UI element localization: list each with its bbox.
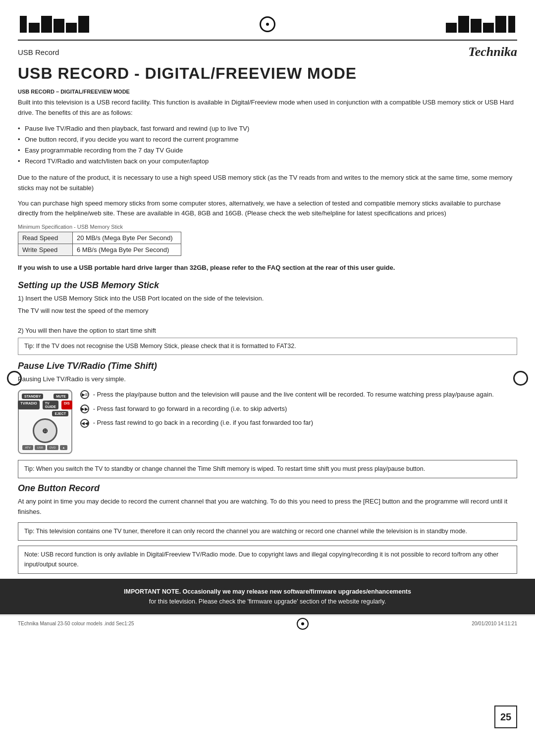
- bottom-footer-right: 20/01/2010 14:11:21: [472, 621, 517, 626]
- section3-heading: One Button Record: [18, 483, 517, 494]
- remote-section: STANDBY MUTE TV/RADIO TV GUIDE DIS EJECT…: [18, 390, 517, 454]
- list-item: One button record, if you decide you wan…: [18, 134, 517, 145]
- main-content: USB RECORD - DIGITAL/FREEVIEW MODE USB R…: [0, 59, 535, 574]
- rewind-icon: ◀◀: [80, 419, 89, 428]
- top-marks: [0, 0, 535, 40]
- tip-box-fat32: Tip: If the TV does not recognise the US…: [18, 338, 517, 355]
- bottom-footer: TEchnika Manual 23-50 colour models .ind…: [0, 615, 535, 632]
- remote-tvguide-btn: TV GUIDE: [43, 401, 58, 409]
- remote-desc2: ▶▶ - Press fast forward to go forward in…: [80, 404, 517, 414]
- header-area: USB Record Technika: [0, 41, 535, 59]
- remote-dis-btn: DIS: [61, 401, 72, 409]
- list-item: Record TV/Radio and watch/listen back on…: [18, 156, 517, 167]
- step2: 2) You will then have the option to star…: [18, 326, 517, 336]
- footer-note: IMPORTANT NOTE. Occasionally we may rele…: [0, 579, 535, 614]
- section2-intro: Pausing Live TV/Radio is very simple.: [18, 374, 517, 385]
- remote-desc1: ▶II - Press the play/pause button and th…: [80, 390, 517, 400]
- page-number: 25: [494, 706, 517, 728]
- mark-bar-group-right: [446, 16, 506, 33]
- intro-text: Built into this television is a USB reco…: [18, 98, 517, 118]
- section2-heading: Pause Live TV/Radio (Time Shift): [18, 361, 517, 371]
- bold-note: If you wish to use a USB portable hard d…: [18, 263, 517, 273]
- tip-box-timeshift: Tip: When you switch the TV to standby o…: [18, 460, 517, 478]
- section1-heading: Setting up the USB Memory Stick: [18, 280, 517, 291]
- center-circle-mark: [260, 16, 275, 32]
- remote-dvd-btn: DVD: [47, 445, 58, 450]
- side-circle-right: [513, 371, 528, 386]
- marks-right: [446, 16, 517, 33]
- remote-tvradio-btn: TV/RADIO: [18, 401, 39, 409]
- remote-box: STANDBY MUTE TV/RADIO TV GUIDE DIS EJECT…: [18, 390, 72, 454]
- marks-left: [18, 16, 89, 33]
- side-circle-left: [7, 371, 22, 386]
- remote-descriptions: ▶II - Press the play/pause button and th…: [80, 390, 517, 432]
- remote-eject-btn: EJECT: [52, 411, 68, 416]
- footer-line1: IMPORTANT NOTE. Occasionally we may rele…: [30, 587, 505, 597]
- usb-record-label: USB Record: [18, 48, 59, 56]
- remote-arrow-btn: ▲: [60, 445, 68, 450]
- mark-bar-single: [20, 16, 27, 33]
- tip-text-timeshift: Tip: When you switch the TV to standby o…: [24, 465, 425, 472]
- mark-bar-group-left: [29, 16, 89, 33]
- remote-nav: ⊕: [33, 418, 57, 443]
- page-title: USB RECORD - DIGITAL/FREEVIEW MODE: [18, 64, 517, 83]
- spec-table: Read Speed 20 MB/s (Mega Byte Per Second…: [18, 232, 181, 256]
- list-item: Pause live TV/Radio and then playback, f…: [18, 123, 517, 134]
- tip-text-tuner: Tip: This television contains one TV tun…: [24, 528, 467, 535]
- step1-line2: The TV will now test the speed of the me…: [18, 306, 517, 316]
- remote-image: STANDBY MUTE TV/RADIO TV GUIDE DIS EJECT…: [18, 390, 72, 454]
- bullet-list: Pause live TV/Radio and then playback, f…: [18, 123, 517, 167]
- list-item: Easy programmable recording from the 7 d…: [18, 145, 517, 156]
- remote-standby-btn: STANDBY: [22, 394, 43, 399]
- spec-value-read: 20 MB/s (Mega Byte Per Second): [73, 232, 181, 244]
- note-box-copyright: Note: USB record function is only avilab…: [18, 546, 517, 574]
- para2: You can purchase high speed memory stick…: [18, 199, 517, 219]
- spec-label-write: Write Speed: [18, 244, 73, 256]
- technika-logo: Technika: [468, 45, 517, 59]
- fast-forward-icon: ▶▶: [80, 404, 89, 413]
- remote-desc3: ◀◀ - Press fast rewind to go back in a r…: [80, 418, 517, 428]
- remote-usb-btn: USB: [35, 445, 46, 450]
- para1: Due to the nature of the product, it is …: [18, 173, 517, 194]
- section-subtitle: USB RECORD – DIGITAL/FREEVIEW MODE: [18, 89, 517, 95]
- section3-para: At any point in time you may decide to r…: [18, 497, 517, 517]
- page: USB Record Technika USB RECORD - DIGITAL…: [0, 0, 535, 756]
- footer-line2: for this television. Please check the 'f…: [30, 597, 505, 606]
- spec-label-read: Read Speed: [18, 232, 73, 244]
- spec-value-write: 6 MB/s (Mega Byte Per Second): [73, 244, 181, 256]
- table-row: Read Speed 20 MB/s (Mega Byte Per Second…: [18, 232, 181, 244]
- bottom-footer-left: TEchnika Manual 23-50 colour models .ind…: [18, 621, 134, 626]
- mark-bar-single-right: [508, 16, 515, 33]
- play-pause-icon: ▶II: [80, 390, 89, 399]
- tip-box-tuner: Tip: This television contains one TV tun…: [18, 522, 517, 541]
- step1-line1: 1) Insert the USB Memory Stick into the …: [18, 294, 517, 304]
- table-row: Write Speed 6 MB/s (Mega Byte Per Second…: [18, 244, 181, 256]
- tip-text-fat32: Tip: If the TV does not recognise the US…: [24, 343, 296, 350]
- remote-atv-btn: ATV: [22, 445, 33, 450]
- bottom-circle-mark: [297, 618, 309, 630]
- min-spec-label: Minimum Specification - USB Memory Stick: [18, 224, 517, 230]
- note-text-copyright: Note: USB record function is only avilab…: [24, 551, 498, 567]
- remote-mute-btn: MUTE: [54, 394, 68, 399]
